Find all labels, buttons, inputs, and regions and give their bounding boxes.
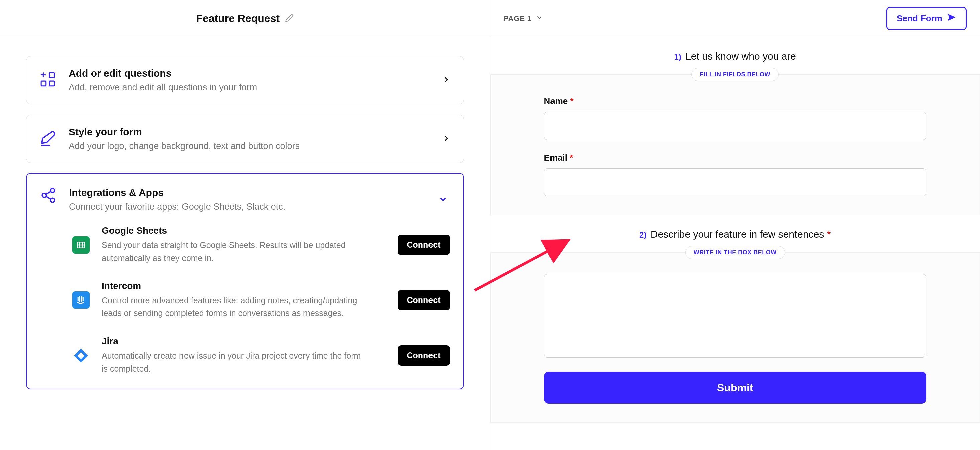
page-label: PAGE 1 <box>504 14 532 23</box>
svg-rect-2 <box>49 73 54 78</box>
card-title: Add or edit questions <box>68 68 257 79</box>
feature-description-textarea[interactable] <box>544 274 926 358</box>
email-label: Email * <box>544 152 926 163</box>
integration-google-sheets: Google Sheets Send your data straight to… <box>72 225 450 265</box>
section-title-text: Let us know who you are <box>685 51 796 62</box>
pencil-icon <box>40 130 56 148</box>
integration-desc: Automatically create new issue in your J… <box>102 349 362 375</box>
chevron-down-icon[interactable] <box>439 195 447 205</box>
integration-title: Jira <box>102 336 362 347</box>
svg-line-10 <box>46 196 51 199</box>
share-icon <box>40 187 57 205</box>
card-add-questions[interactable]: Add or edit questions Add, remove and ed… <box>26 56 464 105</box>
send-label: Send Form <box>897 13 942 24</box>
chevron-right-icon <box>442 76 450 85</box>
section-1-title: 1) Let us know who you are <box>674 51 796 62</box>
chevron-right-icon <box>442 134 450 144</box>
integration-title: Google Sheets <box>102 225 362 236</box>
connect-google-sheets-button[interactable]: Connect <box>398 235 450 255</box>
integration-jira: Jira Automatically create new issue in y… <box>72 336 450 375</box>
card-integrations: Integrations & Apps Connect your favorit… <box>26 173 464 389</box>
required-star: * <box>570 96 574 106</box>
section-badge: FILL IN FIELDS BELOW <box>691 68 779 81</box>
svg-rect-4 <box>49 81 54 86</box>
jira-icon <box>72 347 89 364</box>
section-2-title: 2) Describe your feature in few sentence… <box>640 229 830 240</box>
connect-jira-button[interactable]: Connect <box>398 345 450 366</box>
section-badge: WRITE IN THE BOX BELOW <box>685 246 785 259</box>
email-input[interactable] <box>544 168 926 196</box>
name-input[interactable] <box>544 112 926 140</box>
section-number: 1) <box>674 52 681 62</box>
edit-title-icon[interactable] <box>285 14 294 24</box>
send-icon <box>947 13 956 24</box>
svg-line-9 <box>46 192 51 194</box>
required-star: * <box>570 152 573 163</box>
connect-intercom-button[interactable]: Connect <box>398 290 450 311</box>
svg-rect-3 <box>41 81 46 86</box>
card-style-form[interactable]: Style your form Add your logo, change ba… <box>26 114 464 163</box>
card-title: Integrations & Apps <box>69 187 285 198</box>
chevron-down-icon <box>536 14 543 23</box>
integration-intercom: Intercom Control more advanced features … <box>72 281 450 320</box>
card-subtitle: Add, remove and edit all questions in yo… <box>68 82 257 93</box>
submit-button[interactable]: Submit <box>544 372 926 404</box>
grid-add-icon <box>40 71 56 89</box>
page-title: Feature Request <box>196 12 280 25</box>
card-subtitle: Connect your favorite apps: Google Sheet… <box>69 202 285 212</box>
integration-desc: Control more advanced features like: add… <box>102 294 362 320</box>
page-selector[interactable]: PAGE 1 <box>504 14 543 23</box>
section-title-text: Describe your feature in few sentences <box>651 229 824 240</box>
integration-title: Intercom <box>102 281 362 292</box>
section-number: 2) <box>640 230 646 239</box>
send-form-button[interactable]: Send Form <box>886 7 967 30</box>
integration-desc: Send your data straight to Google Sheets… <box>102 239 362 265</box>
name-label: Name * <box>544 96 926 106</box>
intercom-icon <box>72 292 89 309</box>
card-title: Style your form <box>68 126 300 138</box>
card-subtitle: Add your logo, change background, text a… <box>68 141 300 151</box>
required-star: * <box>827 229 831 240</box>
google-sheets-icon <box>72 236 89 254</box>
